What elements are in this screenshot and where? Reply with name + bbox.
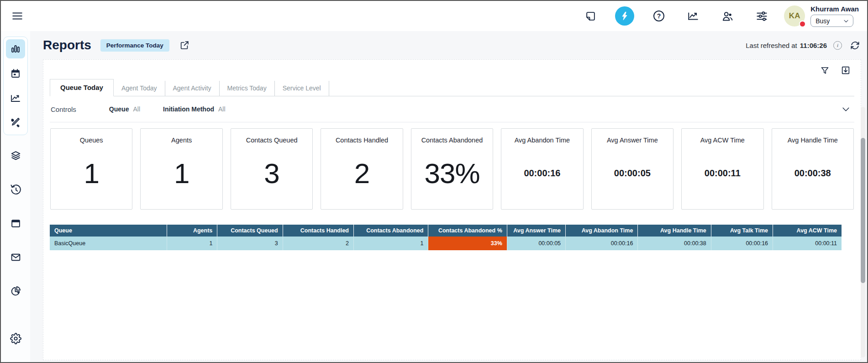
metric-card-agents: Agents 1 — [140, 128, 222, 210]
download-icon — [841, 65, 851, 75]
main-content: Reports Performance Today Last refreshed… — [30, 31, 867, 362]
last-refreshed-time: 11:06:26 — [800, 42, 827, 49]
tab-service-level[interactable]: Service Level — [275, 81, 329, 96]
scrollbar-thumb[interactable] — [861, 138, 865, 283]
top-bar: ? — [1, 1, 867, 31]
line-chart-small-icon — [10, 93, 21, 104]
info-icon: i — [837, 42, 838, 48]
status-select[interactable]: Busy — [810, 15, 853, 27]
bar-chart-icon — [10, 43, 21, 54]
col-avg-answer-time: Avg Answer Time — [507, 225, 565, 237]
tab-queue-today[interactable]: Queue Today — [50, 79, 114, 96]
metric-card-contacts-abandoned: Contacts Abandoned 33% — [411, 128, 493, 210]
metric-label: Contacts Abandoned — [421, 137, 483, 144]
report-panel: Queue Today Agent Today Agent Activity M… — [43, 59, 861, 360]
sidebar-item-settings[interactable] — [6, 329, 25, 348]
metric-label: Avg Abandon Time — [515, 137, 570, 144]
app-window: ? — [0, 0, 868, 363]
metric-label: Avg ACW Time — [700, 137, 745, 144]
panel-actions — [50, 62, 854, 79]
cell-contacts-abandoned: 1 — [354, 237, 428, 250]
sidebar-item-reports[interactable] — [6, 39, 25, 58]
table-row[interactable]: BasicQueue 1 3 2 1 33% 00:00:05 00:00:16… — [50, 237, 842, 250]
last-refreshed-label: Last refreshed at — [746, 42, 797, 49]
sidebar-secondary-group — [6, 146, 25, 348]
metric-card-avg-abandon-time: Avg Abandon Time 00:00:16 — [501, 128, 583, 210]
hamburger-menu-button[interactable] — [8, 7, 26, 25]
col-avg-handle-time: Avg Handle Time — [638, 225, 711, 237]
col-contacts-abandoned: Contacts Abandoned — [354, 225, 428, 237]
sidebar-item-mail[interactable] — [6, 247, 25, 267]
metric-value: 00:00:11 — [705, 144, 741, 209]
chevron-down-icon — [843, 18, 849, 24]
tab-bar: Queue Today Agent Today Agent Activity M… — [50, 79, 854, 96]
cell-contacts-abandoned-pct: 33% — [428, 237, 507, 250]
metric-cards-row: Queues 1 Agents 1 Contacts Queued 3 Cont… — [50, 122, 854, 210]
initiation-method-filter[interactable]: Initiation Method All — [163, 105, 226, 113]
metric-value: 3 — [264, 144, 279, 209]
sidebar-item-dashboards[interactable] — [6, 281, 25, 300]
controls-title: Controls — [51, 105, 76, 113]
directory-button[interactable] — [718, 6, 737, 26]
sidebar-item-layers[interactable] — [6, 146, 25, 165]
notes-button[interactable] — [581, 6, 600, 26]
queue-filter-value: All — [133, 105, 140, 113]
col-contacts-queued: Contacts Queued — [217, 225, 283, 237]
sidebar-item-designer[interactable] — [6, 113, 25, 132]
sidebar-item-history[interactable] — [6, 180, 25, 199]
cell-contacts-queued: 3 — [217, 237, 283, 250]
table-header-row: Queue Agents Contacts Queued Contacts Ha… — [50, 225, 842, 237]
metric-value: 2 — [354, 144, 369, 209]
status-select-value: Busy — [815, 17, 830, 25]
cell-avg-answer-time: 00:00:05 — [507, 237, 565, 250]
filter-button[interactable] — [818, 63, 831, 77]
metric-value: 00:00:05 — [614, 144, 651, 209]
metric-label: Avg Answer Time — [607, 137, 658, 144]
metric-value: 00:00:16 — [524, 144, 560, 209]
metric-card-avg-handle-time: Avg Handle Time 00:00:38 — [772, 128, 854, 210]
avatar-initials: KA — [789, 11, 800, 21]
cell-avg-acw-time: 00:00:11 — [773, 237, 842, 250]
refresh-area: Last refreshed at 11:06:26 i — [746, 39, 861, 52]
layers-icon — [10, 150, 21, 162]
tab-metrics-today[interactable]: Metrics Today — [220, 81, 275, 96]
queue-filter[interactable]: Queue All — [109, 105, 140, 113]
metric-card-avg-answer-time: Avg Answer Time 00:00:05 — [591, 128, 673, 210]
initiation-method-value: All — [218, 105, 226, 113]
download-button[interactable] — [839, 63, 852, 77]
metric-label: Contacts Handled — [336, 137, 388, 144]
controls-bar: Controls Queue All Initiation Method All — [50, 96, 854, 122]
line-chart-icon — [687, 10, 699, 22]
metric-value: 00:00:38 — [794, 144, 831, 209]
filter-icon — [820, 66, 830, 75]
metric-card-avg-acw-time: Avg ACW Time 00:00:11 — [681, 128, 763, 210]
col-queue: Queue — [50, 225, 167, 237]
metric-value: 1 — [84, 144, 99, 209]
user-name: Khurram Awan — [810, 5, 859, 13]
lightning-icon — [620, 11, 630, 21]
sidebar-item-analytics[interactable] — [6, 89, 25, 108]
report-badge: Performance Today — [100, 39, 169, 52]
info-button[interactable]: i — [833, 41, 842, 50]
tab-agent-today[interactable]: Agent Today — [114, 81, 165, 96]
tab-agent-activity[interactable]: Agent Activity — [165, 81, 220, 96]
metric-card-contacts-queued: Contacts Queued 3 — [231, 128, 313, 210]
metrics-button[interactable] — [684, 6, 703, 26]
sidebar-item-window[interactable] — [6, 214, 25, 233]
refresh-button[interactable] — [848, 39, 861, 52]
metric-card-queues: Queues 1 — [50, 128, 132, 210]
settings-sliders-button[interactable] — [752, 6, 771, 26]
body-row: Reports Performance Today Last refreshed… — [1, 31, 867, 362]
open-in-new-button[interactable] — [178, 38, 191, 52]
cell-contacts-handled: 2 — [283, 237, 353, 250]
sliders-icon — [756, 10, 768, 22]
col-agents: Agents — [167, 225, 217, 237]
queue-table-wrap: Queue Agents Contacts Queued Contacts Ha… — [50, 225, 854, 250]
help-button[interactable]: ? — [649, 6, 668, 26]
avatar[interactable]: KA — [784, 5, 805, 26]
metric-value: 33% — [424, 144, 479, 209]
collapse-controls-button[interactable] — [839, 102, 852, 116]
quick-actions-button[interactable] — [615, 6, 634, 26]
sidebar-item-schedule[interactable] — [6, 64, 25, 83]
page-header: Reports Performance Today Last refreshed… — [43, 31, 861, 59]
